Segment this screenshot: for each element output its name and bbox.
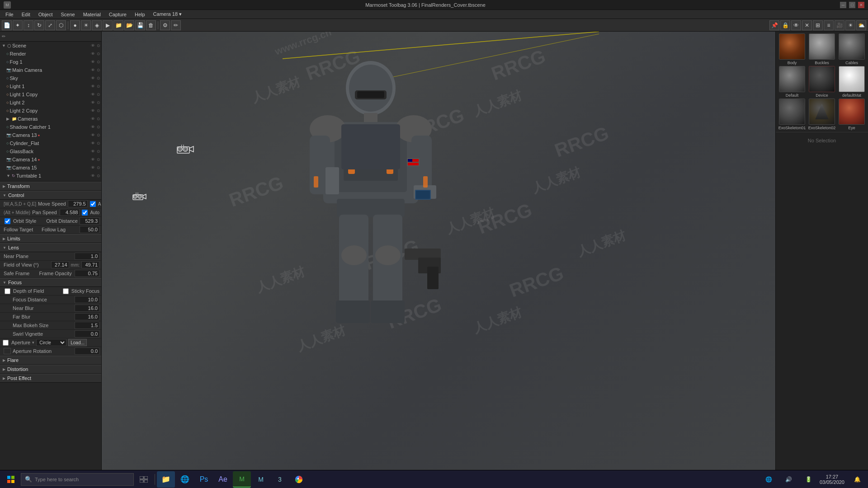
tb-lock[interactable]: 🔒 bbox=[780, 20, 790, 30]
fov-input[interactable] bbox=[51, 261, 69, 268]
vis-icon-maincam[interactable]: ⊙ bbox=[97, 68, 100, 72]
distortion-section-header[interactable]: ▶ Distortion bbox=[0, 365, 101, 374]
network-icon[interactable]: 🌐 bbox=[760, 471, 778, 488]
vis-icon-shadowcatcher[interactable]: ⊙ bbox=[97, 125, 100, 129]
mat-defaultmat[interactable]: defaultMat bbox=[837, 66, 866, 98]
tree-item-cylinder[interactable]: ○ Cylinder_Flat 👁 ⊙ bbox=[0, 139, 101, 147]
tb-render[interactable]: ▶ bbox=[103, 20, 113, 30]
mat-eye[interactable]: Eye bbox=[837, 99, 866, 130]
tb-open[interactable]: 📂 bbox=[124, 20, 134, 30]
tree-item-glassback[interactable]: ○ GlassBack 👁 ⊙ bbox=[0, 147, 101, 155]
vis-icon-turntable[interactable]: ⊙ bbox=[97, 174, 100, 178]
swirl-vignette-input[interactable] bbox=[75, 330, 99, 338]
menu-edit[interactable]: Edit bbox=[18, 11, 34, 18]
vis-icon-camera14[interactable]: ⊙ bbox=[97, 157, 100, 162]
mat-default[interactable]: Default bbox=[778, 66, 807, 98]
dof-checkbox[interactable] bbox=[5, 288, 10, 294]
tree-item-light1copy[interactable]: ○ Light 1 Copy 👁 ⊙ bbox=[0, 90, 101, 99]
taskbar-app-ps[interactable]: Ps bbox=[195, 471, 213, 488]
eye-icon-light2copy[interactable]: 👁 bbox=[91, 108, 95, 113]
tree-item-render[interactable]: ○ Render 👁 ⊙ bbox=[0, 50, 101, 58]
mat-body[interactable]: Body bbox=[778, 33, 807, 65]
tree-item-turntable[interactable]: ▼ ↻ Turntable 1 👁 ⊙ bbox=[0, 172, 101, 180]
start-button[interactable] bbox=[2, 471, 20, 488]
tree-item-camera13[interactable]: 📷 Camera 13 ● 👁 ⊙ bbox=[0, 131, 101, 139]
menu-capture[interactable]: Capture bbox=[105, 11, 130, 18]
control-section-header[interactable]: ▼ Control bbox=[0, 191, 101, 200]
tb-move[interactable]: ↕ bbox=[24, 20, 33, 30]
tb-sphere[interactable]: ● bbox=[70, 20, 80, 30]
tb-grid[interactable]: ⊞ bbox=[813, 20, 823, 30]
menu-object[interactable]: Object bbox=[35, 11, 57, 18]
tb-save[interactable]: 💾 bbox=[135, 20, 145, 30]
aperture-checkbox[interactable] bbox=[3, 340, 9, 346]
viewport[interactable]: www.rrcg.cn RRCG 人人素材 RRCG 人人素材 RRCG 人人素… bbox=[102, 32, 775, 470]
taskbar-app-ae[interactable]: Ae bbox=[214, 471, 232, 488]
menu-camera[interactable]: Camera 18 ▾ bbox=[150, 10, 185, 18]
close-button[interactable]: ✕ bbox=[858, 2, 864, 8]
eye-icon-maincam[interactable]: 👁 bbox=[91, 68, 95, 72]
orbit-distance-input[interactable] bbox=[80, 217, 99, 225]
near-blur-input[interactable] bbox=[75, 305, 99, 312]
limits-section-header[interactable]: ▶ Limits bbox=[0, 234, 101, 243]
tb-extra[interactable]: ⬡ bbox=[56, 20, 66, 30]
taskbar-app-chrome[interactable] bbox=[290, 471, 308, 488]
vis-icon-cylinder[interactable]: ⊙ bbox=[97, 141, 100, 145]
tree-item-light1[interactable]: ○ Light 1 👁 ⊙ bbox=[0, 82, 101, 90]
tree-item-cameras[interactable]: ▶ 📁 Cameras 👁 ⊙ bbox=[0, 115, 101, 123]
vis-icon-cameras[interactable]: ⊙ bbox=[97, 117, 100, 121]
mat-buckles[interactable]: Buckles bbox=[807, 33, 836, 65]
tb-pencil[interactable]: ✏ bbox=[171, 20, 181, 30]
sticky-focus-checkbox[interactable] bbox=[63, 288, 69, 294]
tb-light[interactable]: ☀ bbox=[81, 20, 91, 30]
vis-icon-camera15[interactable]: ⊙ bbox=[97, 165, 100, 170]
tb-layers[interactable]: ≡ bbox=[824, 20, 834, 30]
follow-lag-input[interactable] bbox=[80, 226, 99, 233]
far-blur-input[interactable] bbox=[75, 313, 99, 320]
lens-section-header[interactable]: ▼ Lens bbox=[0, 243, 101, 252]
vis-icon-camera13[interactable]: ⊙ bbox=[97, 133, 100, 137]
vis-icon-light1copy[interactable]: ⊙ bbox=[97, 92, 100, 97]
taskbar-app-3ds[interactable]: 3 bbox=[271, 471, 289, 488]
tree-item-camera15[interactable]: 📷 Camera 15 👁 ⊙ bbox=[0, 164, 101, 172]
tree-item-light2[interactable]: ○ Light 2 👁 ⊙ bbox=[0, 99, 101, 107]
tree-item-light2copy[interactable]: ○ Light 2 Copy 👁 ⊙ bbox=[0, 107, 101, 115]
tb-folder[interactable]: 📁 bbox=[113, 20, 123, 30]
menu-file[interactable]: File bbox=[2, 11, 17, 18]
search-bar[interactable]: 🔍 Type here to search bbox=[21, 473, 134, 486]
eye-icon-light1[interactable]: 👁 bbox=[91, 84, 95, 89]
max-bokeh-input[interactable] bbox=[75, 322, 99, 329]
tb-rotate[interactable]: ↻ bbox=[34, 20, 44, 30]
tb-settings[interactable]: ⚙ bbox=[160, 20, 170, 30]
aperture-rotation-input[interactable] bbox=[75, 347, 99, 355]
fov-mm-input[interactable] bbox=[81, 261, 99, 268]
mat-cables[interactable]: Cables bbox=[837, 33, 866, 65]
taskbar-app-edge[interactable]: 🌐 bbox=[176, 471, 194, 488]
taskbar-app-explorer[interactable]: 📁 bbox=[157, 471, 175, 488]
eye-icon-turntable[interactable]: 👁 bbox=[91, 174, 95, 178]
vis-icon-light1[interactable]: ⊙ bbox=[97, 84, 100, 89]
eye-icon-render[interactable]: 👁 bbox=[91, 52, 95, 56]
vis-icon-light2copy[interactable]: ⊙ bbox=[97, 108, 100, 113]
menu-scene[interactable]: Scene bbox=[57, 11, 79, 18]
near-plane-input[interactable] bbox=[75, 253, 99, 260]
tb-eye[interactable]: 👁 bbox=[791, 20, 801, 30]
panel-icon[interactable]: ✏ bbox=[2, 34, 5, 39]
taskbar-app-marmoset[interactable]: M bbox=[233, 471, 251, 488]
auto-checkbox-1[interactable] bbox=[90, 201, 96, 207]
eye-icon-sky[interactable]: 👁 bbox=[91, 76, 95, 80]
mat-exo01[interactable]: ExoSkeleton01 bbox=[778, 99, 807, 130]
orbit-style-check[interactable] bbox=[5, 218, 10, 224]
eye-icon-light1copy[interactable]: 👁 bbox=[91, 92, 95, 97]
notifications-icon[interactable]: 🔔 bbox=[848, 471, 866, 488]
eye-icon-fog[interactable]: 👁 bbox=[91, 60, 95, 64]
eye-icon-camera15[interactable]: 👁 bbox=[91, 165, 95, 170]
tree-item-scene[interactable]: ▼ ⬡ Scene 👁 ⊙ bbox=[0, 42, 101, 50]
focus-section-header[interactable]: ▼ Focus bbox=[0, 278, 101, 287]
vis-icon-fog[interactable]: ⊙ bbox=[97, 60, 100, 64]
eye-icon-scene[interactable]: 👁 bbox=[91, 43, 95, 48]
auto-checkbox-2[interactable] bbox=[82, 210, 88, 216]
tb-x[interactable]: ✕ bbox=[802, 20, 812, 30]
vis-icon-glassback[interactable]: ⊙ bbox=[97, 149, 100, 154]
aperture-type-select[interactable]: Circle Hexagon Octagon bbox=[36, 339, 66, 346]
